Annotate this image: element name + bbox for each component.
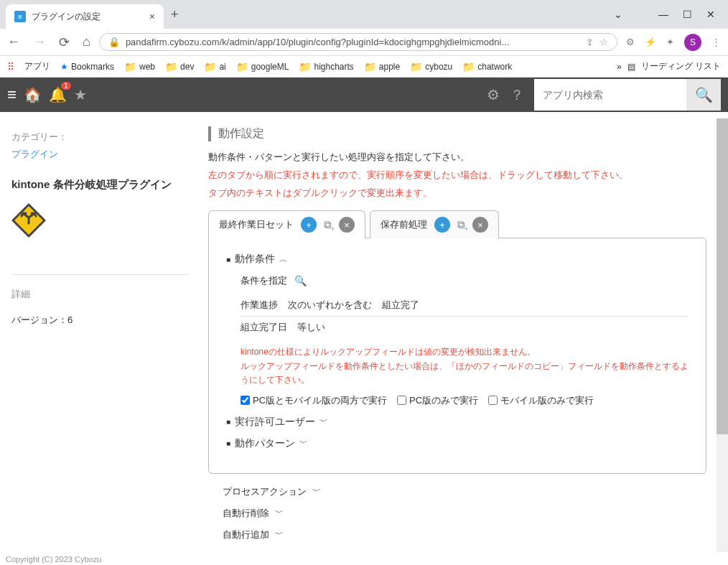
minimize-icon[interactable]: — (658, 9, 668, 20)
chevron-up-icon: ︿ (279, 253, 288, 266)
tab-remove-icon[interactable]: × (339, 217, 355, 233)
scrollbar-thumb[interactable] (717, 118, 728, 434)
bookmark-folder-highcharts[interactable]: 📁highcharts (299, 61, 353, 73)
bookmark-folder-chatwork[interactable]: 📁chatwork (462, 61, 512, 73)
description-2: 左のタブから順に実行されますので、実行順序を変更したい場合は、ドラッグして移動し… (208, 168, 706, 183)
hamburger-icon[interactable]: ≡ (7, 85, 17, 104)
action-auto-delete-row[interactable]: 自動行削除﹀ (223, 507, 706, 520)
window-controls: ⌄ — ☐ ✕ (614, 9, 722, 20)
apps-grid-icon[interactable]: ⠿ (7, 61, 14, 73)
version-label: バージョン：6 (11, 314, 190, 327)
category-label: カテゴリー： (11, 131, 190, 144)
tab-title: プラグインの設定 (32, 11, 144, 23)
browser-tab[interactable]: ≡ プラグインの設定 × (6, 4, 164, 29)
plugin-title: kintone 条件分岐処理プラグイン (11, 177, 190, 193)
home-button[interactable]: ⌂ (83, 34, 90, 50)
new-tab-button[interactable]: + (171, 7, 179, 22)
share-icon[interactable]: ⇪ (586, 37, 594, 47)
star-url-icon[interactable]: ☆ (599, 37, 608, 47)
action-process[interactable]: プロセスアクション﹀ (223, 485, 706, 498)
config-tab-2[interactable]: 保存前処理 + ⧉ × (370, 210, 499, 238)
tab-close-icon[interactable]: × (149, 11, 155, 22)
main-panel: 動作設定 動作条件・パターンと実行したい処理内容を指定して下さい。 左のタブから… (201, 112, 728, 549)
tab-copy-icon[interactable]: ⧉ (457, 218, 465, 231)
vertical-scrollbar[interactable] (717, 118, 728, 549)
tab-1-label: 最終作業日セット (219, 218, 294, 231)
bookmark-folder-web[interactable]: 📁web (124, 61, 155, 73)
bookmarks-bar: ⠿ アプリ ★Bookmarks 📁web 📁dev 📁ai 📁googleML… (0, 56, 728, 78)
condition-row-2[interactable]: 組立完了日 等しい (241, 317, 689, 338)
condition-spec-row: 条件を指定 🔍 (241, 274, 689, 287)
checkbox-mobile-only[interactable]: モバイル版のみで実行 (488, 394, 594, 407)
magnifier-icon[interactable]: 🔍 (294, 275, 307, 286)
allowed-users-section[interactable]: ■ 実行許可ユーザー ﹀ (226, 416, 689, 429)
url-text: pandafirm.cybozu.com/k/admin/app/10/plug… (126, 37, 580, 47)
bookmark-folder-googleml[interactable]: 📁googleML (236, 61, 289, 73)
app-search-box: 🔍 (534, 79, 721, 111)
menu-dots-icon[interactable]: ⋮ (711, 37, 721, 47)
bookmark-folder-ai[interactable]: 📁ai (204, 61, 225, 73)
config-tabs: 最終作業日セット + ⧉ × 保存前処理 + ⧉ × (208, 210, 706, 238)
notification-bell[interactable]: 🔔 1 (49, 86, 67, 103)
app-header: ≡ 🏠 🔔 1 ★ ⚙ ？ 🔍 (0, 78, 728, 112)
notification-badge: 1 (61, 82, 71, 90)
description-1: 動作条件・パターンと実行したい処理内容を指定して下さい。 (208, 150, 706, 165)
condition-row-1[interactable]: 作業進捗 次のいずれかを含む 組立完了 (241, 294, 689, 317)
help-icon[interactable]: ？ (510, 85, 524, 105)
pattern-section[interactable]: ■ 動作パターン ﹀ (226, 437, 689, 450)
reading-list-label[interactable]: リーディング リスト (641, 60, 721, 73)
tab-add-icon[interactable]: + (301, 217, 317, 233)
url-bar[interactable]: 🔒 pandafirm.cybozu.com/k/admin/app/10/pl… (99, 33, 617, 51)
maximize-icon[interactable]: ☐ (683, 9, 692, 20)
tabs-dropdown-icon[interactable]: ⌄ (614, 9, 622, 20)
config-panel: ■ 動作条件 ︿ 条件を指定 🔍 作業進捗 次のいずれかを含む 組立完了 組立完… (208, 238, 706, 474)
overflow-chevrons-icon[interactable]: » (617, 62, 622, 72)
search-button[interactable]: 🔍 (686, 79, 721, 111)
section-title: 動作設定 (208, 126, 706, 141)
detail-label: 詳細 (11, 288, 190, 301)
apps-label[interactable]: アプリ (24, 60, 50, 73)
bolt-icon[interactable]: ⚡ (645, 37, 656, 47)
bookmark-folder-dev[interactable]: 📁dev (165, 61, 194, 73)
platform-checkboxes: PC版とモバイル版の両方で実行 PC版のみで実行 モバイル版のみで実行 (241, 394, 689, 407)
close-window-icon[interactable]: ✕ (706, 9, 715, 20)
checkbox-both[interactable]: PC版とモバイル版の両方で実行 (241, 394, 387, 407)
favorite-star-icon[interactable]: ★ (74, 86, 87, 103)
forward-button[interactable]: → (33, 34, 46, 50)
browser-chrome: ≡ プラグインの設定 × + ⌄ — ☐ ✕ ← → ⟳ ⌂ 🔒 pandafi… (0, 0, 728, 78)
reload-button[interactable]: ⟳ (59, 34, 70, 50)
bookmark-folder-cybozu[interactable]: 📁cybozu (410, 61, 452, 73)
extension-gear-icon[interactable]: ⚙ (626, 37, 635, 47)
chevron-down-icon: ﹀ (299, 437, 308, 449)
condition-spec-label: 条件を指定 (241, 274, 287, 287)
config-tab-1[interactable]: 最終作業日セット + ⧉ × (208, 210, 365, 238)
tab-2-label: 保存前処理 (381, 218, 427, 231)
chevron-down-icon: ﹀ (275, 528, 284, 541)
chevron-down-icon: ﹀ (312, 485, 321, 498)
profile-avatar[interactable]: S (684, 34, 701, 51)
condition-section-header[interactable]: ■ 動作条件 ︿ (226, 253, 689, 266)
back-button[interactable]: ← (7, 34, 20, 50)
search-input[interactable] (534, 79, 686, 111)
favicon: ≡ (14, 11, 26, 22)
reading-list-icon[interactable]: ▤ (627, 62, 635, 72)
tab-add-icon[interactable]: + (434, 217, 450, 233)
lookup-warning: kintoneの仕様によりルックアップフィールドは値の変更が検知出来ません。 ル… (241, 345, 689, 387)
lock-icon: 🔒 (108, 37, 120, 47)
checkbox-pc-only[interactable]: PC版のみで実行 (397, 394, 478, 407)
plugin-breadcrumb-link[interactable]: プラグイン (11, 148, 190, 161)
description-3: タブ内のテキストはダブルクリックで変更出来ます。 (208, 186, 706, 201)
action-auto-add-row[interactable]: 自動行追加﹀ (223, 528, 706, 541)
settings-gear-icon[interactable]: ⚙ (487, 86, 500, 103)
tab-copy-icon[interactable]: ⧉ (324, 218, 332, 231)
plugin-sign-icon (11, 203, 46, 238)
sidebar: カテゴリー： プラグイン kintone 条件分岐処理プラグイン 詳細 バージョ… (0, 112, 201, 549)
app-home-icon[interactable]: 🏠 (24, 86, 42, 103)
puzzle-icon[interactable]: ✦ (666, 37, 674, 47)
tab-remove-icon[interactable]: × (472, 217, 488, 233)
bookmark-folder-apple[interactable]: 📁apple (364, 61, 400, 73)
browser-toolbar: ← → ⟳ ⌂ 🔒 pandafirm.cybozu.com/k/admin/a… (0, 29, 728, 56)
title-bar: ≡ プラグインの設定 × + ⌄ — ☐ ✕ (0, 0, 728, 29)
chevron-down-icon: ﹀ (275, 507, 284, 519)
bookmark-bookmarks[interactable]: ★Bookmarks (60, 62, 114, 72)
